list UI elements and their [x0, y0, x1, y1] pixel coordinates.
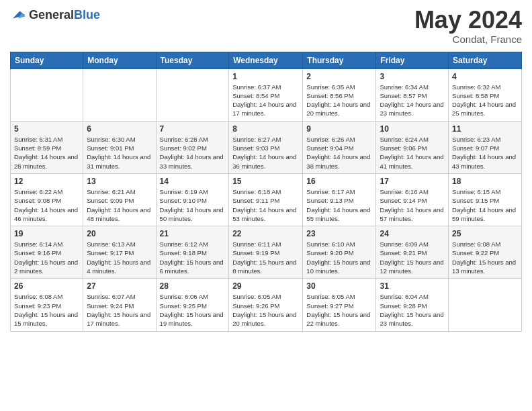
table-row: 14 Sunrise: 6:19 AMSunset: 9:10 PMDaylig… [156, 173, 229, 226]
table-row: 12 Sunrise: 6:22 AMSunset: 9:08 PMDaylig… [11, 173, 83, 226]
col-wednesday: Wednesday [229, 52, 303, 68]
day-number: 1 [232, 72, 299, 81]
title-area: May 2024 Condat, France [414, 7, 522, 45]
day-detail: Sunrise: 6:08 AMSunset: 9:22 PMDaylight:… [452, 240, 516, 275]
table-row: 25 Sunrise: 6:08 AMSunset: 9:22 PMDaylig… [449, 226, 522, 279]
col-saturday: Saturday [449, 52, 522, 68]
table-row [449, 279, 522, 331]
table-row: 7 Sunrise: 6:28 AMSunset: 9:02 PMDayligh… [156, 121, 229, 173]
day-detail: Sunrise: 6:17 AMSunset: 9:13 PMDaylight:… [306, 188, 370, 222]
col-monday: Monday [83, 52, 156, 68]
day-number: 14 [160, 177, 226, 186]
table-row: 30 Sunrise: 6:05 AMSunset: 9:27 PMDaylig… [303, 279, 376, 331]
table-row: 17 Sunrise: 6:16 AMSunset: 9:14 PMDaylig… [376, 173, 449, 226]
table-row [156, 68, 229, 121]
day-number: 22 [232, 229, 299, 238]
day-detail: Sunrise: 6:21 AMSunset: 9:09 PMDaylight:… [87, 188, 150, 222]
day-detail: Sunrise: 6:31 AMSunset: 8:59 PMDaylight:… [14, 136, 78, 170]
day-detail: Sunrise: 6:14 AMSunset: 9:16 PMDaylight:… [14, 240, 78, 275]
header: GeneralBlue May 2024 Condat, France [10, 7, 522, 45]
day-detail: Sunrise: 6:19 AMSunset: 9:10 PMDaylight:… [160, 188, 224, 222]
table-row: 27 Sunrise: 6:07 AMSunset: 9:24 PMDaylig… [83, 279, 156, 331]
day-number: 3 [380, 72, 445, 81]
table-row: 21 Sunrise: 6:12 AMSunset: 9:18 PMDaylig… [156, 226, 229, 279]
day-detail: Sunrise: 6:05 AMSunset: 9:27 PMDaylight:… [306, 293, 370, 327]
day-detail: Sunrise: 6:27 AMSunset: 9:03 PMDaylight:… [232, 136, 296, 170]
day-number: 28 [160, 281, 226, 291]
table-row: 9 Sunrise: 6:26 AMSunset: 9:04 PMDayligh… [303, 121, 376, 173]
day-detail: Sunrise: 6:04 AMSunset: 9:28 PMDaylight:… [380, 293, 443, 327]
day-number: 7 [160, 124, 226, 134]
day-detail: Sunrise: 6:15 AMSunset: 9:15 PMDaylight:… [452, 188, 516, 222]
day-number: 20 [87, 229, 152, 238]
day-number: 5 [14, 124, 79, 134]
day-number: 6 [87, 124, 152, 134]
table-row: 31 Sunrise: 6:04 AMSunset: 9:28 PMDaylig… [376, 279, 449, 331]
table-row: 23 Sunrise: 6:10 AMSunset: 9:20 PMDaylig… [303, 226, 376, 279]
calendar-week-row: 19 Sunrise: 6:14 AMSunset: 9:16 PMDaylig… [11, 226, 522, 279]
day-number: 27 [87, 281, 152, 291]
day-detail: Sunrise: 6:12 AMSunset: 9:18 PMDaylight:… [160, 240, 224, 275]
day-number: 25 [452, 229, 518, 238]
day-detail: Sunrise: 6:22 AMSunset: 9:08 PMDaylight:… [14, 188, 78, 222]
table-row: 29 Sunrise: 6:05 AMSunset: 9:26 PMDaylig… [229, 279, 303, 331]
table-row: 13 Sunrise: 6:21 AMSunset: 9:09 PMDaylig… [83, 173, 156, 226]
day-detail: Sunrise: 6:23 AMSunset: 9:07 PMDaylight:… [452, 136, 516, 170]
col-thursday: Thursday [303, 52, 376, 68]
table-row: 2 Sunrise: 6:35 AMSunset: 8:56 PMDayligh… [303, 68, 376, 121]
day-detail: Sunrise: 6:13 AMSunset: 9:17 PMDaylight:… [87, 240, 150, 275]
day-number: 18 [452, 177, 518, 186]
col-sunday: Sunday [11, 52, 83, 68]
day-detail: Sunrise: 6:37 AMSunset: 8:54 PMDaylight:… [232, 83, 296, 118]
logo-icon [10, 7, 26, 23]
table-row [11, 68, 83, 121]
table-row: 20 Sunrise: 6:13 AMSunset: 9:17 PMDaylig… [83, 226, 156, 279]
day-number: 23 [306, 229, 372, 238]
day-number: 30 [306, 281, 372, 291]
day-detail: Sunrise: 6:28 AMSunset: 9:02 PMDaylight:… [160, 136, 224, 170]
day-detail: Sunrise: 6:34 AMSunset: 8:57 PMDaylight:… [380, 83, 443, 118]
day-number: 29 [232, 281, 299, 291]
day-detail: Sunrise: 6:11 AMSunset: 9:19 PMDaylight:… [232, 240, 296, 275]
day-number: 2 [306, 72, 372, 81]
table-row: 22 Sunrise: 6:11 AMSunset: 9:19 PMDaylig… [229, 226, 303, 279]
day-number: 9 [306, 124, 372, 134]
day-detail: Sunrise: 6:35 AMSunset: 8:56 PMDaylight:… [306, 83, 370, 118]
table-row: 4 Sunrise: 6:32 AMSunset: 8:58 PMDayligh… [449, 68, 522, 121]
table-row: 16 Sunrise: 6:17 AMSunset: 9:13 PMDaylig… [303, 173, 376, 226]
table-row: 15 Sunrise: 6:18 AMSunset: 9:11 PMDaylig… [229, 173, 303, 226]
day-detail: Sunrise: 6:09 AMSunset: 9:21 PMDaylight:… [380, 240, 443, 275]
table-row: 19 Sunrise: 6:14 AMSunset: 9:16 PMDaylig… [11, 226, 83, 279]
calendar-week-row: 26 Sunrise: 6:08 AMSunset: 9:23 PMDaylig… [11, 279, 522, 331]
table-row: 26 Sunrise: 6:08 AMSunset: 9:23 PMDaylig… [11, 279, 83, 331]
day-detail: Sunrise: 6:18 AMSunset: 9:11 PMDaylight:… [232, 188, 296, 222]
location: Condat, France [414, 34, 522, 45]
day-detail: Sunrise: 6:30 AMSunset: 9:01 PMDaylight:… [87, 136, 150, 170]
day-number: 8 [232, 124, 299, 134]
calendar-week-row: 1 Sunrise: 6:37 AMSunset: 8:54 PMDayligh… [11, 68, 522, 121]
table-row [83, 68, 156, 121]
day-number: 16 [306, 177, 372, 186]
day-number: 17 [380, 177, 445, 186]
col-tuesday: Tuesday [156, 52, 229, 68]
day-number: 19 [14, 229, 79, 238]
day-detail: Sunrise: 6:24 AMSunset: 9:06 PMDaylight:… [380, 136, 443, 170]
table-row: 3 Sunrise: 6:34 AMSunset: 8:57 PMDayligh… [376, 68, 449, 121]
month-title: May 2024 [414, 7, 522, 34]
day-detail: Sunrise: 6:05 AMSunset: 9:26 PMDaylight:… [232, 293, 296, 327]
day-detail: Sunrise: 6:07 AMSunset: 9:24 PMDaylight:… [87, 293, 150, 327]
day-number: 11 [452, 124, 518, 134]
day-number: 26 [14, 281, 79, 291]
table-row: 18 Sunrise: 6:15 AMSunset: 9:15 PMDaylig… [449, 173, 522, 226]
page: GeneralBlue May 2024 Condat, France Sund… [0, 0, 532, 411]
table-row: 1 Sunrise: 6:37 AMSunset: 8:54 PMDayligh… [229, 68, 303, 121]
table-row: 6 Sunrise: 6:30 AMSunset: 9:01 PMDayligh… [83, 121, 156, 173]
day-number: 24 [380, 229, 445, 238]
day-detail: Sunrise: 6:16 AMSunset: 9:14 PMDaylight:… [380, 188, 443, 222]
table-row: 24 Sunrise: 6:09 AMSunset: 9:21 PMDaylig… [376, 226, 449, 279]
day-detail: Sunrise: 6:32 AMSunset: 8:58 PMDaylight:… [452, 83, 516, 118]
calendar-week-row: 5 Sunrise: 6:31 AMSunset: 8:59 PMDayligh… [11, 121, 522, 173]
logo-general: GeneralBlue [29, 8, 100, 22]
day-number: 4 [452, 72, 518, 81]
day-detail: Sunrise: 6:06 AMSunset: 9:25 PMDaylight:… [160, 293, 224, 327]
